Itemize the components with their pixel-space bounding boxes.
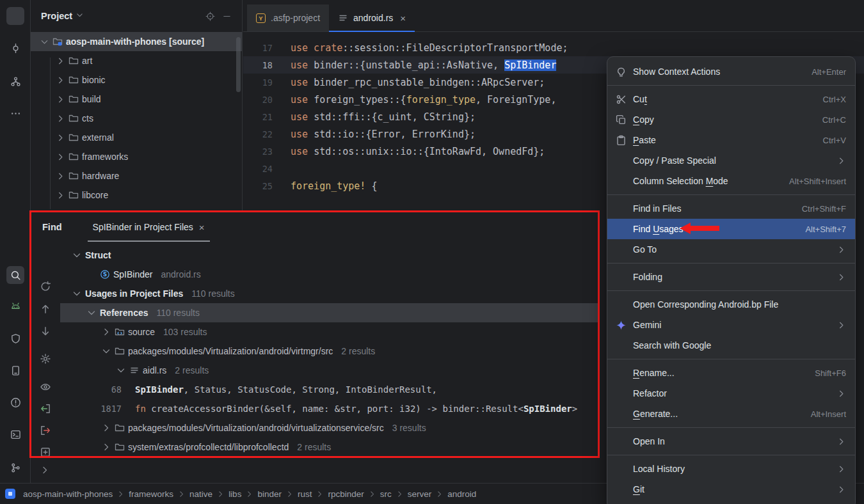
submenu-arrow-icon — [836, 485, 846, 494]
find-tree-item-usages-in-project-files[interactable]: Usages in Project Files110 results — [60, 284, 600, 303]
menu-item-open-in[interactable]: Open In — [607, 431, 855, 452]
find-tree-item-struct[interactable]: Struct — [60, 246, 600, 265]
breadcrumb-item-libs[interactable]: libs — [228, 489, 241, 499]
preview-button[interactable] — [40, 381, 51, 393]
code-line-17[interactable]: 17use crate::session::FileDescriptorTran… — [243, 39, 864, 56]
project-tree-item-aosp-main-with-phones-source[interactable]: aosp-main-with-phones [source] — [31, 32, 242, 51]
find-tree-item-spibinder[interactable]: SSpIBinderandroid.rs — [60, 265, 600, 284]
menu-separator — [607, 263, 855, 264]
problems-button[interactable] — [6, 393, 24, 411]
tree-toggle-icon[interactable] — [116, 365, 126, 375]
menu-item-label: Git — [633, 484, 644, 494]
device-manager-button[interactable] — [6, 361, 24, 379]
project-view-chevron[interactable] — [76, 10, 84, 22]
project-status-icon[interactable] — [5, 489, 15, 499]
menu-item-refactor[interactable]: Refactor — [607, 383, 855, 404]
autoscroll-to-source-button[interactable] — [40, 403, 51, 414]
find-tree-overflow-chevron[interactable] — [40, 465, 50, 475]
project-tree-item-bionic[interactable]: bionic — [31, 70, 242, 90]
tree-toggle-icon[interactable] — [72, 250, 82, 260]
locate-file-button[interactable] — [202, 8, 218, 24]
search-button[interactable] — [6, 266, 24, 284]
tree-toggle-icon[interactable] — [101, 346, 111, 356]
project-button[interactable] — [6, 7, 24, 25]
breadcrumb-item-server[interactable]: server — [408, 489, 432, 499]
shield-button[interactable] — [6, 329, 24, 347]
project-tree-item-build[interactable]: build — [31, 90, 242, 109]
breadcrumb-item-rpcbinder[interactable]: rpcbinder — [328, 489, 364, 499]
find-tree-item-source[interactable]: source103 results — [60, 322, 600, 342]
refresh-button[interactable] — [40, 281, 51, 292]
result-code-preview: SpIBinder, Status, StatusCode, Strong, I… — [135, 384, 437, 395]
chevron-right-icon — [56, 171, 65, 181]
menu-item-folding[interactable]: Folding — [607, 267, 855, 287]
settings-icon — [40, 353, 51, 365]
project-scrollbar[interactable] — [236, 37, 241, 92]
menu-item-open-corresponding-android-bp-file[interactable]: Open Corresponding Android.bp File — [607, 294, 855, 315]
find-tree-item-aidl-rs[interactable]: aidl.rs2 results — [60, 361, 600, 380]
breadcrumb-item-rust[interactable]: rust — [298, 489, 312, 499]
editor-tab-android-rs[interactable]: android.rs× — [329, 4, 415, 31]
more-button[interactable] — [6, 104, 24, 122]
menu-shortcut: Ctrl+C — [822, 115, 846, 125]
tree-toggle-icon[interactable] — [86, 308, 97, 318]
project-tree-item-libcore[interactable]: libcore — [31, 185, 242, 205]
find-results-tab[interactable]: SpIBinder in Project Files × — [88, 212, 210, 242]
breadcrumb-item-aosp-main-with-phones[interactable]: aosp-main-with-phones — [23, 489, 113, 499]
breadcrumb-separator-icon — [216, 490, 225, 498]
project-view-selector[interactable]: Project — [41, 11, 72, 21]
find-tree-item-packages-modules-virtualization-android-virtualizationservice-src[interactable]: packages/modules/Virtualization/android/… — [60, 418, 600, 437]
breadcrumb-item-src[interactable]: src — [380, 489, 392, 499]
terminal-button[interactable] — [6, 425, 24, 443]
project-tree-item-art[interactable]: art — [31, 51, 242, 70]
commit-button[interactable] — [6, 39, 24, 57]
hide-button[interactable] — [219, 8, 234, 24]
open-in-new-tab-button[interactable] — [40, 446, 51, 458]
menu-item-copy[interactable]: CopyCtrl+C — [607, 109, 855, 130]
editor-tab-asfp-project[interactable]: Y.asfp-project — [247, 4, 329, 31]
project-tree-item-hardware[interactable]: hardware — [31, 166, 242, 185]
menu-item-local-history[interactable]: Local History — [607, 459, 855, 479]
breadcrumb-item-frameworks[interactable]: frameworks — [129, 489, 173, 499]
find-tree-item-packages-modules-virtualization-android-virtmgr-src[interactable]: packages/modules/Virtualization/android/… — [60, 342, 600, 361]
tree-toggle-icon[interactable] — [101, 327, 111, 337]
menu-item-gemini[interactable]: Gemini — [607, 315, 855, 335]
find-tree-item-references[interactable]: References110 results — [60, 303, 600, 322]
menu-item-find-usages[interactable]: Find UsagesAlt+Shift+7 — [607, 219, 855, 239]
menu-item-paste[interactable]: PasteCtrl+V — [607, 130, 855, 150]
autoscroll-from-source-button[interactable] — [40, 425, 51, 436]
project-tree-item-external[interactable]: external — [31, 128, 242, 147]
git-branch-button[interactable] — [6, 459, 24, 476]
project-tree-item-frameworks[interactable]: frameworks — [31, 147, 242, 166]
arrow-up-button[interactable] — [40, 303, 51, 315]
breadcrumb-item-binder[interactable]: binder — [257, 489, 282, 499]
find-result-line-1817[interactable]: 1817fn createAccessorBinder(&self, name:… — [60, 399, 600, 418]
breadcrumb-item-android[interactable]: android — [447, 489, 476, 499]
find-result-line-68[interactable]: 68SpIBinder, Status, StatusCode, Strong,… — [60, 380, 600, 399]
tree-toggle-icon[interactable] — [101, 442, 111, 452]
tree-toggle-icon[interactable] — [101, 423, 111, 433]
structure-button[interactable] — [6, 72, 24, 90]
menu-item-git[interactable]: Git — [607, 479, 855, 500]
menu-item-copy-paste-special[interactable]: Copy / Paste Special — [607, 150, 855, 171]
tab-close-button[interactable]: × — [199, 223, 205, 232]
menu-item-generate[interactable]: Generate...Alt+Insert — [607, 404, 855, 424]
menu-item-column-selection-mode[interactable]: Column Selection ModeAlt+Shift+Insert — [607, 171, 855, 191]
settings-button[interactable] — [40, 353, 51, 365]
menu-item-cut[interactable]: CutCtrl+X — [607, 89, 855, 109]
structure-icon — [10, 76, 21, 87]
folder-icon — [68, 94, 79, 104]
menu-item-go-to[interactable]: Go To — [607, 239, 855, 260]
arrow-down-button[interactable] — [40, 326, 51, 337]
find-tree-item-system-extras-profcollectd-libprofcollectd[interactable]: system/extras/profcollectd/libprofcollec… — [60, 437, 600, 457]
tree-toggle-icon[interactable] — [72, 288, 82, 299]
submenu-arrow-icon — [836, 389, 846, 398]
menu-item-show-context-actions[interactable]: Show Context ActionsAlt+Enter — [607, 61, 855, 82]
menu-item-search-with-google[interactable]: Search with Google — [607, 335, 855, 356]
android-button[interactable] — [6, 297, 24, 315]
tab-close-button[interactable]: × — [400, 13, 406, 23]
menu-item-rename[interactable]: Rename...Shift+F6 — [607, 363, 855, 383]
menu-item-find-in-files[interactable]: Find in FilesCtrl+Shift+F — [607, 198, 855, 219]
project-tree-item-cts[interactable]: cts — [31, 109, 242, 128]
breadcrumb-item-native[interactable]: native — [189, 489, 212, 499]
